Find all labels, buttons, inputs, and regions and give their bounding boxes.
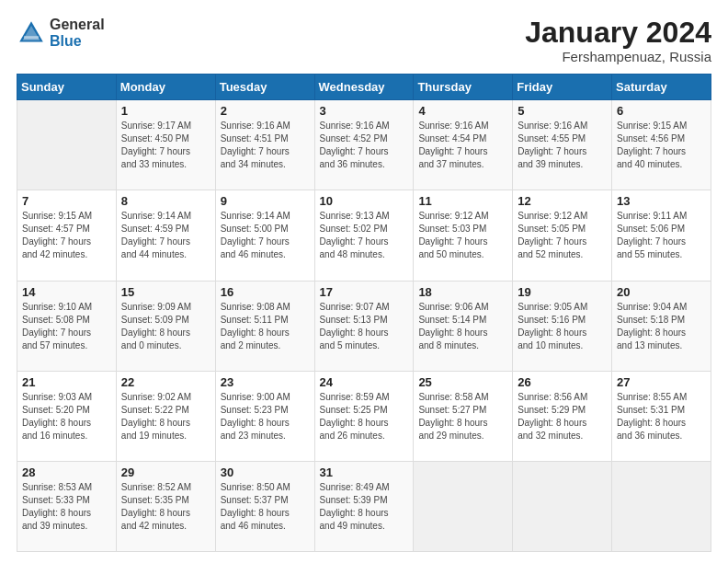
day-number: 26 xyxy=(518,375,607,389)
col-thursday: Thursday xyxy=(414,75,513,100)
logo-blue: Blue xyxy=(50,33,105,50)
day-info: Sunrise: 8:59 AM Sunset: 5:25 PM Dayligh… xyxy=(320,391,409,442)
calendar-week-row: 28Sunrise: 8:53 AM Sunset: 5:33 PM Dayli… xyxy=(17,461,711,551)
day-info: Sunrise: 8:49 AM Sunset: 5:39 PM Dayligh… xyxy=(320,481,409,533)
table-row: 31Sunrise: 8:49 AM Sunset: 5:39 PM Dayli… xyxy=(314,461,414,551)
table-row: 3Sunrise: 9:16 AM Sunset: 4:52 PM Daylig… xyxy=(314,100,414,190)
day-info: Sunrise: 9:12 AM Sunset: 5:05 PM Dayligh… xyxy=(518,210,607,261)
col-monday: Monday xyxy=(116,75,215,100)
day-number: 3 xyxy=(320,104,409,118)
table-row: 22Sunrise: 9:02 AM Sunset: 5:22 PM Dayli… xyxy=(116,371,215,461)
day-number: 17 xyxy=(320,285,409,299)
day-info: Sunrise: 9:03 AM Sunset: 5:20 PM Dayligh… xyxy=(22,391,111,442)
calendar-week-row: 1Sunrise: 9:17 AM Sunset: 4:50 PM Daylig… xyxy=(17,100,711,190)
day-number: 4 xyxy=(418,104,507,118)
table-row: 24Sunrise: 8:59 AM Sunset: 5:25 PM Dayli… xyxy=(314,371,414,461)
table-row: 30Sunrise: 8:50 AM Sunset: 5:37 PM Dayli… xyxy=(215,461,314,551)
day-info: Sunrise: 9:11 AM Sunset: 5:06 PM Dayligh… xyxy=(617,210,706,261)
table-row: 12Sunrise: 9:12 AM Sunset: 5:05 PM Dayli… xyxy=(513,190,612,281)
table-row: 18Sunrise: 9:06 AM Sunset: 5:14 PM Dayli… xyxy=(414,281,513,371)
table-row: 15Sunrise: 9:09 AM Sunset: 5:09 PM Dayli… xyxy=(116,281,215,371)
day-info: Sunrise: 9:09 AM Sunset: 5:09 PM Dayligh… xyxy=(121,301,210,352)
table-row: 11Sunrise: 9:12 AM Sunset: 5:03 PM Dayli… xyxy=(414,190,513,281)
day-info: Sunrise: 9:08 AM Sunset: 5:11 PM Dayligh… xyxy=(221,301,310,352)
subtitle: Fershampenuaz, Russia xyxy=(525,49,711,64)
day-number: 9 xyxy=(221,194,310,208)
day-number: 8 xyxy=(121,194,210,208)
day-info: Sunrise: 8:58 AM Sunset: 5:27 PM Dayligh… xyxy=(418,391,507,442)
day-number: 27 xyxy=(617,375,706,389)
day-info: Sunrise: 8:55 AM Sunset: 5:31 PM Dayligh… xyxy=(617,391,706,442)
day-number: 13 xyxy=(617,194,706,208)
table-row: 14Sunrise: 9:10 AM Sunset: 5:08 PM Dayli… xyxy=(17,281,117,371)
day-info: Sunrise: 8:56 AM Sunset: 5:29 PM Dayligh… xyxy=(518,391,607,442)
table-row: 5Sunrise: 9:16 AM Sunset: 4:55 PM Daylig… xyxy=(513,100,612,190)
table-row: 4Sunrise: 9:16 AM Sunset: 4:54 PM Daylig… xyxy=(414,100,513,190)
day-info: Sunrise: 9:10 AM Sunset: 5:08 PM Dayligh… xyxy=(22,301,111,352)
table-row: 25Sunrise: 8:58 AM Sunset: 5:27 PM Dayli… xyxy=(414,371,513,461)
day-number: 1 xyxy=(121,104,210,118)
day-info: Sunrise: 8:50 AM Sunset: 5:37 PM Dayligh… xyxy=(221,481,310,533)
main-title: January 2024 xyxy=(525,17,711,49)
table-row xyxy=(612,461,711,551)
day-info: Sunrise: 9:15 AM Sunset: 4:57 PM Dayligh… xyxy=(22,210,111,261)
day-info: Sunrise: 9:14 AM Sunset: 4:59 PM Dayligh… xyxy=(121,210,210,261)
table-row: 29Sunrise: 8:52 AM Sunset: 5:35 PM Dayli… xyxy=(116,461,215,551)
day-number: 15 xyxy=(121,285,210,299)
logo-icon xyxy=(17,18,46,48)
day-number: 24 xyxy=(320,375,409,389)
day-info: Sunrise: 9:02 AM Sunset: 5:22 PM Dayligh… xyxy=(121,391,210,442)
table-row: 28Sunrise: 8:53 AM Sunset: 5:33 PM Dayli… xyxy=(17,461,117,551)
table-row: 13Sunrise: 9:11 AM Sunset: 5:06 PM Dayli… xyxy=(612,190,711,281)
day-number: 18 xyxy=(418,285,507,299)
day-info: Sunrise: 9:16 AM Sunset: 4:54 PM Dayligh… xyxy=(418,120,507,171)
table-row: 26Sunrise: 8:56 AM Sunset: 5:29 PM Dayli… xyxy=(513,371,612,461)
col-wednesday: Wednesday xyxy=(314,75,414,100)
day-number: 11 xyxy=(418,194,507,208)
calendar-week-row: 14Sunrise: 9:10 AM Sunset: 5:08 PM Dayli… xyxy=(17,281,711,371)
day-info: Sunrise: 9:17 AM Sunset: 4:50 PM Dayligh… xyxy=(121,120,210,171)
table-row: 17Sunrise: 9:07 AM Sunset: 5:13 PM Dayli… xyxy=(314,281,414,371)
page: General Blue January 2024 Fershampenuaz,… xyxy=(0,0,728,563)
day-info: Sunrise: 9:16 AM Sunset: 4:55 PM Dayligh… xyxy=(518,120,607,171)
day-number: 6 xyxy=(617,104,706,118)
day-info: Sunrise: 9:07 AM Sunset: 5:13 PM Dayligh… xyxy=(320,301,409,352)
day-number: 7 xyxy=(22,194,111,208)
day-number: 12 xyxy=(518,194,607,208)
table-row: 10Sunrise: 9:13 AM Sunset: 5:02 PM Dayli… xyxy=(314,190,414,281)
table-row: 7Sunrise: 9:15 AM Sunset: 4:57 PM Daylig… xyxy=(17,190,117,281)
day-number: 31 xyxy=(320,465,409,479)
day-number: 20 xyxy=(617,285,706,299)
day-number: 22 xyxy=(121,375,210,389)
day-number: 30 xyxy=(221,465,310,479)
table-row: 19Sunrise: 9:05 AM Sunset: 5:16 PM Dayli… xyxy=(513,281,612,371)
table-row: 6Sunrise: 9:15 AM Sunset: 4:56 PM Daylig… xyxy=(612,100,711,190)
day-info: Sunrise: 9:16 AM Sunset: 4:51 PM Dayligh… xyxy=(221,120,310,171)
table-row xyxy=(17,100,117,190)
calendar-header-row: Sunday Monday Tuesday Wednesday Thursday… xyxy=(17,75,711,100)
day-number: 21 xyxy=(22,375,111,389)
calendar-table: Sunday Monday Tuesday Wednesday Thursday… xyxy=(17,74,711,552)
day-info: Sunrise: 9:16 AM Sunset: 4:52 PM Dayligh… xyxy=(320,120,409,171)
table-row: 9Sunrise: 9:14 AM Sunset: 5:00 PM Daylig… xyxy=(215,190,314,281)
table-row: 16Sunrise: 9:08 AM Sunset: 5:11 PM Dayli… xyxy=(215,281,314,371)
header: General Blue January 2024 Fershampenuaz,… xyxy=(17,17,711,64)
svg-rect-2 xyxy=(24,36,39,39)
col-tuesday: Tuesday xyxy=(215,75,314,100)
day-number: 5 xyxy=(518,104,607,118)
col-sunday: Sunday xyxy=(17,75,117,100)
logo-text: General Blue xyxy=(50,17,105,49)
logo: General Blue xyxy=(17,17,105,49)
day-number: 2 xyxy=(221,104,310,118)
calendar-week-row: 7Sunrise: 9:15 AM Sunset: 4:57 PM Daylig… xyxy=(17,190,711,281)
calendar-week-row: 21Sunrise: 9:03 AM Sunset: 5:20 PM Dayli… xyxy=(17,371,711,461)
day-info: Sunrise: 8:53 AM Sunset: 5:33 PM Dayligh… xyxy=(22,481,111,533)
table-row: 27Sunrise: 8:55 AM Sunset: 5:31 PM Dayli… xyxy=(612,371,711,461)
table-row xyxy=(414,461,513,551)
title-block: January 2024 Fershampenuaz, Russia xyxy=(525,17,711,64)
table-row: 21Sunrise: 9:03 AM Sunset: 5:20 PM Dayli… xyxy=(17,371,117,461)
day-info: Sunrise: 9:13 AM Sunset: 5:02 PM Dayligh… xyxy=(320,210,409,261)
table-row: 8Sunrise: 9:14 AM Sunset: 4:59 PM Daylig… xyxy=(116,190,215,281)
table-row: 23Sunrise: 9:00 AM Sunset: 5:23 PM Dayli… xyxy=(215,371,314,461)
day-info: Sunrise: 9:06 AM Sunset: 5:14 PM Dayligh… xyxy=(418,301,507,352)
